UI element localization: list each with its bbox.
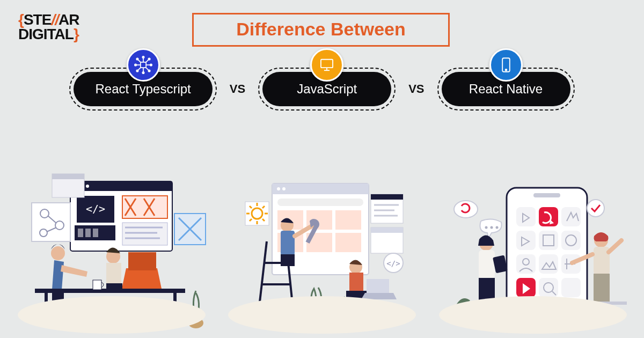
svg-rect-120 bbox=[479, 250, 495, 279]
pill-react-native: React Native bbox=[437, 68, 575, 111]
svg-point-14 bbox=[148, 58, 150, 60]
illustrations-row: </> bbox=[0, 156, 644, 338]
vs-separator: VS bbox=[230, 82, 245, 96]
svg-rect-105 bbox=[516, 254, 536, 274]
svg-rect-96 bbox=[533, 193, 560, 197]
svg-rect-103 bbox=[561, 231, 581, 250]
tech-icon bbox=[127, 48, 160, 82]
svg-rect-43 bbox=[85, 229, 91, 237]
pill-javascript: JavaScript bbox=[258, 68, 396, 111]
svg-rect-42 bbox=[78, 229, 83, 237]
phone-icon bbox=[489, 48, 523, 82]
pill-react-typescript: React Typescript bbox=[69, 68, 216, 111]
svg-point-52 bbox=[51, 246, 65, 260]
svg-rect-62 bbox=[277, 199, 363, 206]
svg-rect-86 bbox=[281, 231, 295, 255]
svg-rect-107 bbox=[539, 254, 558, 274]
svg-point-6 bbox=[134, 64, 136, 65]
svg-point-12 bbox=[148, 70, 150, 71]
svg-point-4 bbox=[142, 72, 144, 74]
svg-rect-46 bbox=[52, 174, 84, 179]
svg-rect-93 bbox=[367, 279, 389, 293]
svg-rect-65 bbox=[335, 210, 361, 230]
svg-point-61 bbox=[282, 187, 286, 190]
svg-point-60 bbox=[277, 187, 280, 190]
svg-rect-35 bbox=[32, 203, 70, 241]
svg-rect-101 bbox=[539, 231, 558, 250]
svg-rect-100 bbox=[516, 231, 536, 250]
svg-rect-98 bbox=[539, 207, 558, 226]
svg-rect-51 bbox=[93, 280, 101, 290]
svg-text:</>: </> bbox=[386, 259, 400, 268]
svg-rect-87 bbox=[281, 254, 295, 266]
svg-point-10 bbox=[136, 58, 138, 60]
svg-point-117 bbox=[495, 226, 498, 229]
svg-point-21 bbox=[505, 69, 507, 71]
svg-rect-44 bbox=[93, 229, 98, 237]
brace-close: } bbox=[74, 26, 79, 42]
svg-rect-90 bbox=[349, 273, 363, 292]
svg-rect-23 bbox=[70, 181, 172, 191]
vs-separator: VS bbox=[408, 82, 424, 96]
svg-rect-75 bbox=[371, 227, 403, 233]
svg-rect-0 bbox=[141, 62, 146, 68]
svg-text:</>: </> bbox=[85, 202, 105, 215]
illustration-javascript: </> bbox=[223, 172, 421, 338]
page-title-box: Difference Between bbox=[192, 13, 450, 47]
monitor-icon bbox=[310, 48, 343, 82]
svg-rect-55 bbox=[106, 263, 121, 284]
svg-rect-28 bbox=[122, 223, 167, 245]
svg-rect-122 bbox=[493, 255, 508, 273]
svg-point-2 bbox=[142, 56, 144, 58]
illustration-react-native bbox=[434, 172, 632, 338]
brand-logo: {STE//AR DIGITAL} bbox=[18, 13, 79, 41]
svg-point-115 bbox=[485, 226, 487, 229]
svg-rect-56 bbox=[106, 283, 122, 291]
svg-point-116 bbox=[490, 226, 493, 229]
svg-point-118 bbox=[587, 200, 604, 217]
svg-point-16 bbox=[136, 70, 138, 71]
svg-rect-97 bbox=[516, 207, 536, 226]
illustration-typescript: </> bbox=[12, 172, 211, 338]
svg-rect-68 bbox=[335, 233, 361, 252]
svg-rect-70 bbox=[371, 194, 403, 200]
svg-rect-113 bbox=[561, 278, 581, 297]
svg-rect-50 bbox=[128, 252, 156, 270]
svg-point-26 bbox=[86, 185, 89, 188]
comparison-row: React Typescript VS JavaScript VS React … bbox=[0, 68, 644, 111]
svg-point-8 bbox=[150, 64, 151, 65]
svg-rect-17 bbox=[321, 60, 333, 68]
svg-rect-59 bbox=[272, 183, 369, 194]
page-title: Difference Between bbox=[236, 19, 406, 39]
